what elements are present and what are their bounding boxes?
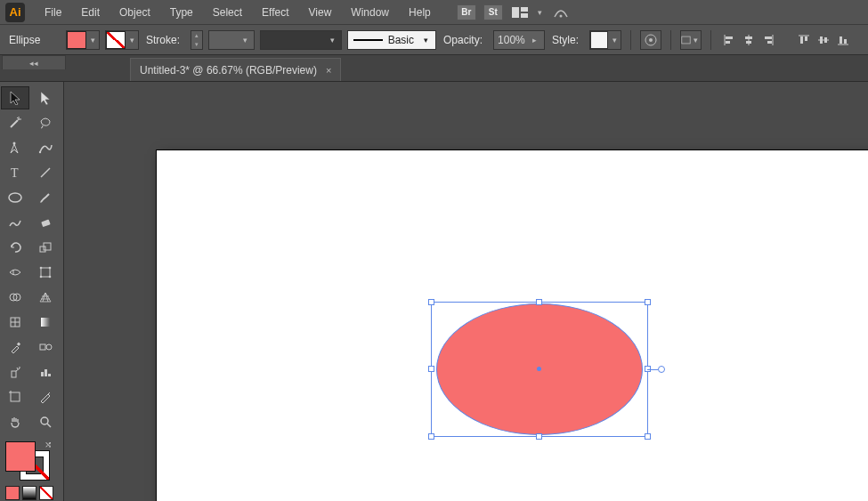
stroke-swatch-dropdown[interactable]: ▾ [105, 30, 139, 50]
menu-type[interactable]: Type [161, 3, 202, 22]
stroke-swatch-icon [106, 31, 126, 49]
stock-link-icon[interactable]: St [483, 4, 503, 20]
chevron-down-icon: ▾ [691, 31, 701, 49]
perspective-grid-tool[interactable] [31, 286, 60, 309]
align-hcenter-button[interactable] [740, 31, 758, 49]
align-top-button[interactable] [795, 31, 813, 49]
lasso-tool[interactable] [31, 111, 60, 134]
chevron-down-icon: ▾ [608, 31, 621, 49]
toolpanel-collapse-handle[interactable]: ◂◂ [2, 55, 66, 69]
type-tool[interactable]: T [1, 161, 29, 184]
gpu-preview-icon[interactable] [550, 4, 572, 20]
menu-object[interactable]: Object [110, 3, 159, 22]
main-area: T [0, 82, 868, 501]
fill-swatch-icon [67, 31, 86, 49]
line-segment-tool[interactable] [31, 161, 60, 184]
graphic-style-dropdown[interactable]: ▾ [589, 30, 621, 50]
paintbrush-tool[interactable] [31, 186, 60, 209]
arrange-documents-caret-icon[interactable]: ▾ [534, 4, 547, 21]
svg-point-5 [649, 38, 653, 42]
slice-tool[interactable] [31, 385, 60, 408]
zoom-tool[interactable] [31, 410, 60, 433]
column-graph-tool[interactable] [31, 360, 60, 384]
separator [670, 30, 671, 50]
eraser-tool[interactable] [31, 211, 60, 234]
shaper-tool[interactable] [1, 211, 29, 234]
svg-rect-21 [824, 37, 827, 43]
svg-rect-31 [41, 219, 51, 227]
gradient-tool[interactable] [31, 311, 60, 334]
align-to-dropdown[interactable]: ▾ [680, 30, 702, 50]
align-right-button[interactable] [759, 31, 777, 49]
rotate-tool[interactable] [1, 236, 29, 259]
svg-rect-17 [800, 36, 803, 44]
none-mode-button[interactable] [39, 486, 53, 500]
selection-tool[interactable] [1, 86, 29, 109]
svg-rect-46 [17, 343, 20, 346]
color-mode-button[interactable] [5, 486, 20, 500]
menu-file[interactable]: File [36, 3, 70, 22]
svg-rect-23 [840, 36, 842, 44]
menu-view[interactable]: View [300, 3, 341, 22]
opacity-value: 100% [498, 34, 525, 46]
eyedropper-tool[interactable] [1, 335, 29, 359]
fill-indicator-icon [5, 441, 36, 472]
width-tool[interactable] [1, 261, 29, 284]
svg-rect-32 [40, 246, 45, 252]
direct-selection-tool[interactable] [31, 86, 60, 109]
scale-tool[interactable] [31, 236, 60, 259]
stroke-weight-dropdown[interactable]: ▾ [208, 30, 255, 50]
align-left-button[interactable] [720, 31, 738, 49]
document-tab[interactable]: Untitled-3* @ 66.67% (RGB/Preview) × [130, 58, 341, 81]
color-mode-row [0, 484, 63, 501]
blend-tool[interactable] [31, 335, 60, 359]
menu-edit[interactable]: Edit [72, 3, 109, 22]
separator [630, 30, 631, 50]
align-vcenter-button[interactable] [815, 31, 832, 49]
align-bottom-button[interactable] [834, 31, 852, 49]
ellipse-shape[interactable] [436, 303, 643, 435]
menu-effect[interactable]: Effect [253, 3, 297, 22]
free-transform-tool[interactable] [31, 261, 60, 284]
opacity-label: Opacity: [442, 34, 488, 46]
artboard-tool[interactable] [1, 385, 29, 408]
recolor-artwork-button[interactable] [640, 30, 661, 50]
tab-bar: ◂◂ Untitled-3* @ 66.67% (RGB/Preview) × [0, 55, 868, 82]
arrange-documents-icon[interactable] [509, 4, 531, 20]
svg-rect-6 [682, 36, 690, 44]
fill-swatch-dropdown[interactable]: ▾ [66, 30, 100, 50]
svg-rect-2 [521, 13, 528, 18]
pen-tool[interactable] [1, 136, 29, 159]
svg-point-48 [46, 344, 52, 350]
magic-wand-tool[interactable] [1, 111, 29, 134]
menu-select[interactable]: Select [204, 3, 251, 22]
shape-builder-tool[interactable] [1, 286, 29, 309]
ellipse-tool[interactable] [1, 186, 29, 209]
svg-rect-0 [512, 7, 519, 18]
svg-rect-20 [820, 36, 823, 44]
workspace[interactable] [64, 82, 868, 501]
mesh-tool[interactable] [1, 311, 29, 334]
bridge-link-icon[interactable]: Br [457, 4, 476, 20]
swap-fill-stroke-icon[interactable]: ⤭ [45, 440, 52, 449]
menu-window[interactable]: Window [342, 3, 398, 22]
svg-rect-45 [41, 318, 50, 327]
stroke-weight-stepper[interactable]: ▴▾ [191, 30, 203, 50]
fill-stroke-indicator[interactable]: ⤭ [5, 441, 50, 481]
svg-rect-1 [521, 7, 528, 12]
hand-tool[interactable] [1, 410, 29, 433]
opacity-input[interactable]: 100% ▸ [493, 30, 545, 50]
svg-rect-15 [767, 41, 772, 44]
style-swatch-icon [590, 31, 608, 49]
svg-point-56 [41, 417, 48, 424]
variable-width-profile-dropdown[interactable]: ▾ [260, 30, 342, 50]
brush-definition-dropdown[interactable]: Basic ▾ [347, 30, 436, 50]
svg-point-3 [559, 14, 562, 17]
symbol-sprayer-tool[interactable] [1, 360, 29, 384]
menu-help[interactable]: Help [400, 3, 440, 22]
curvature-tool[interactable] [31, 136, 60, 159]
close-icon[interactable]: × [326, 65, 331, 76]
svg-point-30 [9, 193, 21, 202]
gradient-mode-button[interactable] [22, 486, 37, 500]
brush-label: Basic [388, 34, 414, 46]
